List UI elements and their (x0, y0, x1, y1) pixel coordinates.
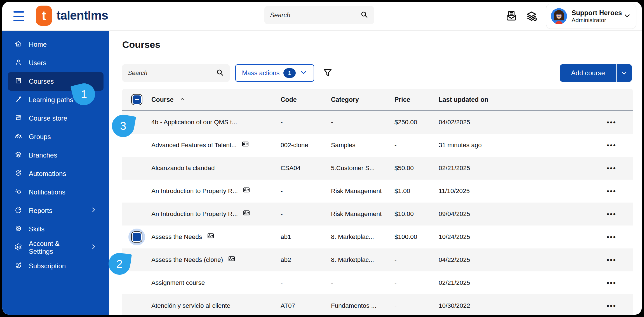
sidebar-item-users[interactable]: Users (8, 54, 104, 72)
subscription-icon: $ (15, 262, 22, 271)
table-row[interactable]: Atención y servicio al cliente AT07 Fund… (122, 294, 633, 315)
filter-icon[interactable] (322, 67, 333, 79)
table-row[interactable]: Advanced Features of Talent... 002-clone… (122, 134, 633, 157)
sort-asc-icon (180, 96, 185, 104)
sidebar-item-branches[interactable]: Branches (8, 146, 104, 165)
search-icon[interactable] (216, 68, 224, 78)
chevron-down-icon[interactable] (623, 11, 631, 21)
course-name: Assignment course (151, 279, 205, 287)
app-window: t talentlms Support Heroes Administrator (2, 2, 642, 315)
learning-paths-icon (15, 95, 22, 105)
row-menu-button[interactable]: ••• (607, 118, 616, 126)
row-menu-button[interactable]: ••• (607, 233, 616, 241)
avatar (551, 8, 567, 24)
courses-icon (15, 77, 22, 86)
sidebar-item-label: Branches (29, 151, 57, 159)
sidebar-item-label: Account & Settings (29, 240, 83, 255)
row-menu-button[interactable]: ••• (607, 210, 616, 218)
assigned-course-icon (241, 140, 250, 150)
sidebar-item-label: Learning paths (29, 96, 73, 104)
row-checkbox-checked[interactable] (133, 233, 141, 241)
row-menu-button[interactable]: ••• (607, 141, 616, 149)
column-header-updated[interactable]: Last updated on (439, 96, 590, 104)
sidebar-item-groups[interactable]: Groups (8, 128, 104, 146)
assigned-course-icon (242, 186, 251, 196)
brand-name: talentlms (57, 8, 108, 22)
sidebar-item-label: Automations (29, 170, 66, 178)
branches-icon (15, 151, 22, 160)
add-course-button[interactable]: Add course (560, 64, 617, 82)
skills-icon (15, 225, 22, 234)
profile-menu[interactable]: Support Heroes Administrator (546, 4, 636, 29)
sidebar-item-label: Notifications (29, 188, 65, 196)
row-menu-button[interactable]: ••• (607, 256, 616, 264)
inbox-message-icon[interactable] (505, 10, 518, 24)
chevron-down-icon (300, 69, 307, 78)
reports-icon (15, 206, 22, 215)
table-row-selected[interactable]: Assess the Needs ab1 8. Marketplac... $1… (122, 226, 633, 248)
users-icon (15, 58, 22, 68)
sidebar-item-notifications[interactable]: Notifications (8, 183, 104, 201)
select-all-checkbox[interactable] (133, 95, 141, 104)
courses-table: Course Code Category Price Last updated … (122, 89, 633, 315)
course-stack-icon[interactable] (525, 10, 538, 24)
global-search-input[interactable] (270, 11, 360, 19)
table-row[interactable]: An Introduction to Property R... - Risk … (122, 203, 633, 226)
row-menu-button[interactable]: ••• (607, 279, 616, 287)
sidebar-item-label: Groups (29, 133, 51, 141)
assigned-course-icon (242, 209, 251, 219)
groups-icon (15, 132, 22, 142)
hamburger-menu-icon[interactable] (13, 11, 24, 21)
courses-search (122, 64, 230, 82)
add-course-split-button: Add course (560, 64, 632, 82)
notifications-icon (15, 188, 22, 197)
table-row[interactable]: Assignment course - - - 02/21/2025 ••• (122, 271, 633, 294)
sidebar-item-reports[interactable]: Reports (8, 201, 104, 220)
home-icon (15, 40, 22, 49)
sidebar-item-skills[interactable]: Skills (8, 220, 104, 238)
svg-text:$: $ (18, 264, 19, 267)
global-search (264, 6, 374, 24)
chevron-right-icon (90, 243, 97, 252)
mass-actions-button[interactable]: Mass actions 1 (235, 64, 314, 82)
course-name: An Introduction to Property R... (151, 187, 238, 195)
sidebar-item-home[interactable]: Home (8, 35, 104, 54)
course-name: 4b - Application of our QMS t... (151, 119, 237, 126)
courses-search-input[interactable] (128, 69, 216, 77)
sidebar-item-label: Home (29, 41, 47, 48)
column-header-code[interactable]: Code (281, 96, 331, 104)
sidebar-item-label: Course store (29, 114, 67, 122)
mass-actions-label: Mass actions (242, 69, 279, 77)
column-header-price[interactable]: Price (394, 96, 439, 104)
course-name: An Introduction to Property R... (151, 210, 238, 218)
sidebar-item-account-settings[interactable]: Account & Settings (8, 238, 104, 257)
sidebar-item-automations[interactable]: Automations (8, 165, 104, 183)
course-name: Advanced Features of Talent... (151, 142, 237, 149)
sidebar-item-course-store[interactable]: Course store (8, 109, 104, 128)
sidebar-item-subscription[interactable]: $ Subscription (8, 257, 104, 275)
row-menu-button[interactable]: ••• (607, 164, 616, 172)
chevron-right-icon (90, 206, 97, 215)
mass-actions-count-badge: 1 (283, 68, 296, 78)
table-row[interactable]: Alcanzando la claridad CSA04 5.Customer … (122, 157, 633, 180)
sidebar-item-label: Skills (29, 225, 44, 233)
search-icon[interactable] (360, 10, 368, 20)
course-name: Alcanzando la claridad (151, 165, 215, 172)
course-name: Atención y servicio al cliente (151, 302, 231, 309)
sidebar-item-label: Users (29, 59, 46, 67)
column-header-category[interactable]: Category (331, 96, 394, 104)
gear-icon (15, 243, 22, 252)
sidebar-item-label: Reports (29, 207, 52, 215)
row-menu-button[interactable]: ••• (607, 302, 616, 310)
table-header: Course Code Category Price Last updated … (122, 89, 633, 111)
column-header-course[interactable]: Course (151, 96, 281, 104)
top-bar: t talentlms Support Heroes Administrator (2, 2, 642, 31)
table-row[interactable]: An Introduction to Property R... - Risk … (122, 180, 633, 203)
course-name: Assess the Needs (clone) (151, 256, 223, 264)
table-row[interactable]: 4b - Application of our QMS t... - - $25… (122, 111, 633, 134)
table-row[interactable]: Assess the Needs (clone) ab2 8. Marketpl… (122, 248, 633, 271)
row-menu-button[interactable]: ••• (607, 187, 616, 195)
main-content: Courses Mass actions 1 Add course (109, 31, 642, 315)
sidebar-item-label: Courses (29, 78, 54, 85)
add-course-dropdown-button[interactable] (617, 64, 632, 82)
